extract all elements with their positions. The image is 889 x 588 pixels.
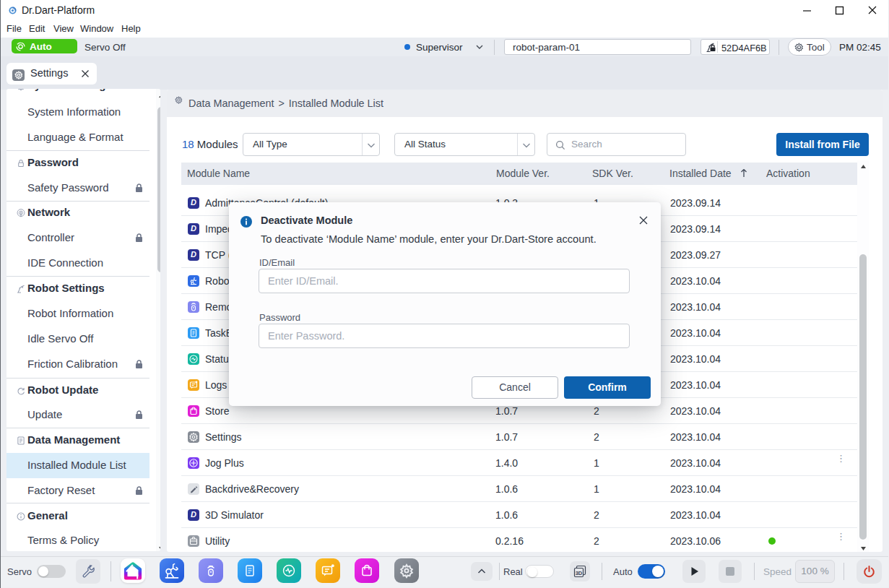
svg-text:3D: 3D (576, 570, 583, 576)
